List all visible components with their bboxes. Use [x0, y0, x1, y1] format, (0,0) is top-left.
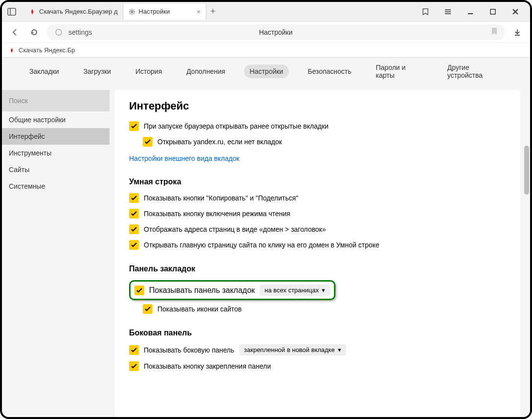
setting-row-domain-title: Отображать адреса страниц в виде «домен …	[129, 224, 506, 234]
select-side-panel-mode[interactable]: закрепленной в новой вкладке ▾	[239, 344, 346, 355]
menu-icon[interactable]	[441, 5, 455, 19]
bookmarks-bar: Скачать Яндекс.Бр	[2, 43, 530, 58]
bookmark-label: Скачать Яндекс.Бр	[19, 46, 75, 54]
setting-label: Показывать иконки сайтов	[157, 305, 242, 313]
omnibox[interactable]: settings Настройки	[47, 24, 505, 40]
setting-label: Открывать главную страницу сайта по клик…	[144, 241, 379, 249]
nav-security[interactable]: Безопасность	[302, 65, 357, 78]
setting-row-reader: Показывать кнопку включения режима чтени…	[129, 209, 506, 219]
yandex-favicon	[28, 8, 36, 16]
setting-label: Показывать кнопки "Копировать" и "Подели…	[144, 194, 298, 202]
nav-bookmarks[interactable]: Закладки	[23, 65, 65, 78]
checkbox-show-side-panel[interactable]	[129, 345, 139, 355]
back-button[interactable]	[8, 25, 22, 39]
subsection-bookmarks-panel: Панель закладок	[129, 265, 506, 273]
checkbox-copy-share[interactable]	[129, 193, 139, 203]
checkbox-restore-tabs[interactable]	[129, 121, 139, 131]
setting-label: Открывать yandex.ru, если нет вкладок	[157, 138, 282, 146]
settings-top-nav: Закладки Загрузки История Дополнения Нас…	[2, 58, 530, 85]
settings-main-panel: Интерфейс При запуске браузера открывать…	[114, 90, 520, 417]
highlighted-setting-row: Показывать панель закладок на всех стран…	[129, 280, 335, 300]
address-bar: settings Настройки	[2, 22, 530, 43]
setting-label: Показывать кнопку включения режима чтени…	[144, 210, 290, 218]
yandex-favicon	[8, 46, 16, 54]
chevron-down-icon: ▾	[322, 287, 325, 294]
svg-point-2	[131, 11, 133, 13]
bookmark-icon[interactable]	[491, 27, 498, 37]
subsection-side-panel: Боковая панель	[129, 329, 506, 337]
page-title-center: Настройки	[259, 28, 293, 36]
tab-settings[interactable]: Настройки ×	[123, 4, 206, 20]
title-bar: Скачать Яндекс.Браузер д Настройки × +	[2, 2, 530, 22]
bookmark-item[interactable]: Скачать Яндекс.Бр	[8, 46, 75, 54]
setting-row-open-yandex: Открывать yandex.ru, если нет вкладок	[143, 137, 506, 147]
window-controls	[419, 5, 526, 19]
setting-label: Показывать боковую панель	[144, 346, 234, 354]
search-engine-icon	[54, 27, 64, 37]
select-value: закрепленной в новой вкладке	[244, 346, 335, 353]
reload-button[interactable]	[27, 25, 41, 39]
setting-row-site-icons: Показывать иконки сайтов	[143, 304, 506, 314]
close-button[interactable]	[509, 5, 522, 19]
tab-label: Скачать Яндекс.Браузер д	[39, 8, 118, 15]
subsection-smart-line: Умная строка	[129, 177, 506, 186]
svg-rect-0	[8, 8, 16, 15]
link-tab-appearance[interactable]: Настройки внешнего вида вкладок	[129, 154, 240, 162]
close-icon[interactable]: ×	[193, 8, 200, 16]
nav-settings[interactable]: Настройки	[244, 65, 289, 78]
new-tab-button[interactable]: +	[206, 5, 220, 19]
nav-addons[interactable]: Дополнения	[180, 65, 231, 78]
maximize-button[interactable]	[486, 5, 500, 19]
svg-point-10	[56, 29, 62, 35]
setting-row-copy-share: Показывать кнопки "Копировать" и "Подели…	[129, 193, 506, 203]
scrollbar-thumb[interactable]	[524, 146, 529, 195]
sidebar-item-sites[interactable]: Сайты	[2, 161, 110, 178]
sidebar-toggle-button[interactable]	[6, 6, 18, 18]
setting-label: Показывать кнопку закрепления панели	[144, 362, 271, 370]
checkbox-reader[interactable]	[129, 209, 139, 219]
sidebar-item-general[interactable]: Общие настройки	[2, 111, 110, 128]
sidebar-item-tools[interactable]: Инструменты	[2, 145, 110, 161]
select-bookmarks-mode[interactable]: на всех страницах ▾	[260, 285, 330, 296]
nav-devices[interactable]: Другие устройства	[442, 61, 509, 82]
select-value: на всех страницах	[265, 287, 319, 294]
nav-passwords[interactable]: Пароли и карты	[370, 61, 429, 82]
downloads-button[interactable]	[510, 25, 524, 39]
gear-icon	[128, 8, 136, 16]
tab-yandex-download[interactable]: Скачать Яндекс.Браузер д	[23, 4, 123, 20]
svg-rect-7	[490, 9, 495, 14]
setting-label: При запуске браузера открывать ранее отк…	[144, 122, 329, 130]
nav-history[interactable]: История	[130, 65, 168, 78]
setting-label: Отображать адреса страниц в виде «домен …	[144, 225, 326, 233]
sidebar-item-system[interactable]: Системные	[2, 178, 110, 195]
checkbox-site-icons[interactable]	[143, 304, 153, 314]
setting-label: Показывать панель закладок	[149, 286, 255, 295]
minimize-button[interactable]	[464, 5, 477, 19]
tab-strip: Скачать Яндекс.Браузер д Настройки × +	[23, 2, 419, 21]
setting-row-show-side-panel: Показывать боковую панель закрепленной в…	[129, 344, 506, 355]
sidebar-item-interface[interactable]: Интерфейс	[2, 128, 110, 145]
setting-row-restore-tabs: При запуске браузера открывать ранее отк…	[129, 121, 506, 131]
section-title-interface: Интерфейс	[129, 100, 506, 112]
checkbox-domain-title[interactable]	[129, 224, 139, 234]
setting-row-open-homepage: Открывать главную страницу сайта по клик…	[129, 240, 506, 250]
reader-icon[interactable]	[419, 5, 432, 19]
checkbox-show-bookmarks-panel[interactable]	[134, 286, 144, 295]
content-area: Закладки Загрузки История Дополнения Нас…	[2, 58, 530, 417]
search-input[interactable]: Поиск	[2, 90, 110, 111]
checkbox-open-homepage[interactable]	[129, 240, 139, 250]
checkbox-open-yandex[interactable]	[143, 137, 153, 147]
tab-label: Настройки	[139, 8, 170, 15]
url-text: settings	[68, 28, 92, 36]
chevron-down-icon: ▾	[338, 346, 341, 353]
nav-downloads[interactable]: Загрузки	[78, 65, 117, 78]
checkbox-pin-button[interactable]	[129, 361, 139, 371]
search-placeholder: Поиск	[9, 97, 28, 105]
settings-sidebar: Поиск Общие настройки Интерфейс Инструме…	[2, 58, 110, 417]
setting-row-pin-button: Показывать кнопку закрепления панели	[129, 361, 506, 371]
